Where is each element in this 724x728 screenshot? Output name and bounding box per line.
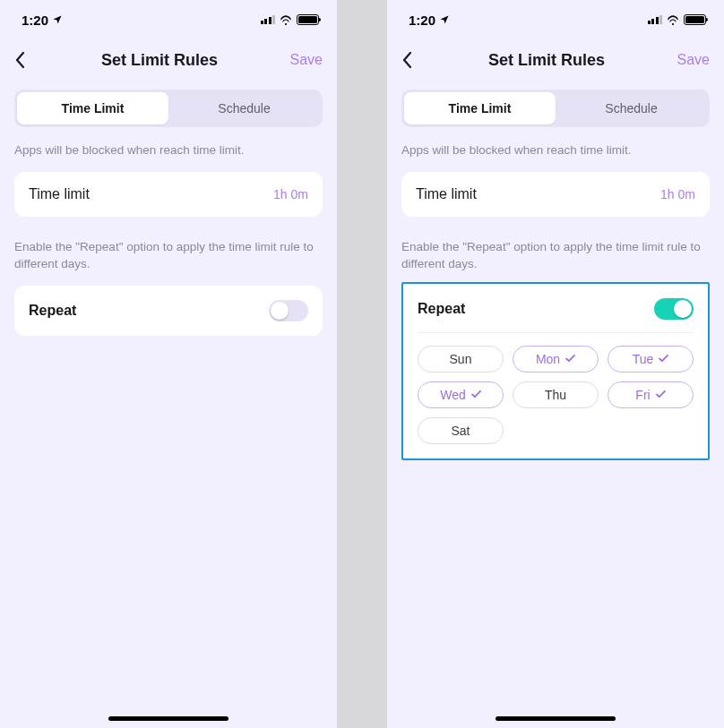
status-bar: 1:20	[387, 0, 724, 39]
tab-schedule[interactable]: Schedule	[556, 92, 707, 124]
day-picker: SunMonTueWedThuFriSat	[418, 346, 694, 444]
repeat-toggle[interactable]	[269, 300, 308, 321]
page-title: Set Limit Rules	[488, 51, 605, 70]
day-sat[interactable]: Sat	[418, 417, 504, 444]
time-limit-label: Time limit	[416, 186, 477, 202]
hint-repeat: Enable the "Repeat" option to apply the …	[0, 217, 337, 273]
screen-right: 1:20 Set Limit Rules Save Time Limit Sch…	[387, 0, 724, 728]
tab-time-limit[interactable]: Time Limit	[17, 92, 168, 124]
repeat-card: Repeat SunMonTueWedThuFriSat	[401, 282, 710, 460]
status-bar: 1:20	[0, 0, 337, 39]
save-button[interactable]: Save	[283, 52, 323, 68]
hint-repeat: Enable the "Repeat" option to apply the …	[387, 217, 724, 273]
wifi-icon	[279, 14, 293, 25]
hint-time-limit: Apps will be blocked when reach time lim…	[387, 127, 724, 159]
back-button[interactable]	[401, 51, 423, 69]
day-label: Sat	[451, 424, 470, 438]
nav-bar: Set Limit Rules Save	[387, 39, 724, 81]
nav-bar: Set Limit Rules Save	[0, 39, 337, 81]
day-label: Fri	[635, 388, 650, 402]
day-fri[interactable]: Fri	[608, 381, 694, 408]
time-limit-card[interactable]: Time limit 1h 0m	[14, 172, 323, 217]
page-title: Set Limit Rules	[101, 51, 218, 70]
check-icon	[471, 390, 481, 398]
location-icon	[439, 14, 450, 25]
day-sun[interactable]: Sun	[418, 346, 504, 373]
tab-time-limit[interactable]: Time Limit	[404, 92, 556, 124]
repeat-toggle[interactable]	[654, 298, 694, 320]
status-time: 1:20	[22, 13, 48, 28]
location-icon	[52, 14, 63, 25]
back-button[interactable]	[14, 51, 36, 69]
wifi-icon	[666, 14, 680, 25]
screen-left: 1:20 Set Limit Rules Save Time Limit Sch…	[0, 0, 337, 728]
day-label: Thu	[545, 388, 566, 402]
day-wed[interactable]: Wed	[418, 381, 504, 408]
home-indicator	[108, 716, 228, 721]
hint-time-limit: Apps will be blocked when reach time lim…	[0, 127, 337, 159]
status-time: 1:20	[409, 13, 435, 28]
segmented-control: Time Limit Schedule	[14, 90, 323, 127]
day-label: Sun	[450, 352, 472, 366]
check-icon	[656, 390, 666, 398]
day-label: Mon	[536, 352, 560, 366]
day-tue[interactable]: Tue	[608, 346, 694, 373]
day-thu[interactable]: Thu	[513, 381, 599, 408]
day-label: Wed	[440, 388, 466, 402]
day-label: Tue	[633, 352, 654, 366]
segmented-control: Time Limit Schedule	[401, 90, 710, 127]
cellular-icon	[648, 15, 663, 24]
cellular-icon	[261, 15, 276, 24]
time-limit-label: Time limit	[29, 186, 90, 202]
repeat-label: Repeat	[29, 303, 76, 319]
check-icon	[565, 355, 575, 363]
home-indicator	[496, 716, 616, 721]
repeat-card: Repeat	[14, 286, 323, 336]
divider	[418, 332, 694, 333]
battery-icon	[684, 14, 706, 25]
battery-icon	[297, 14, 319, 25]
day-mon[interactable]: Mon	[513, 346, 599, 373]
tab-schedule[interactable]: Schedule	[168, 92, 320, 124]
save-button[interactable]: Save	[670, 52, 710, 68]
time-limit-value: 1h 0m	[273, 187, 308, 201]
repeat-label: Repeat	[418, 301, 465, 317]
time-limit-value: 1h 0m	[660, 187, 695, 201]
time-limit-card[interactable]: Time limit 1h 0m	[401, 172, 710, 217]
check-icon	[659, 355, 668, 363]
